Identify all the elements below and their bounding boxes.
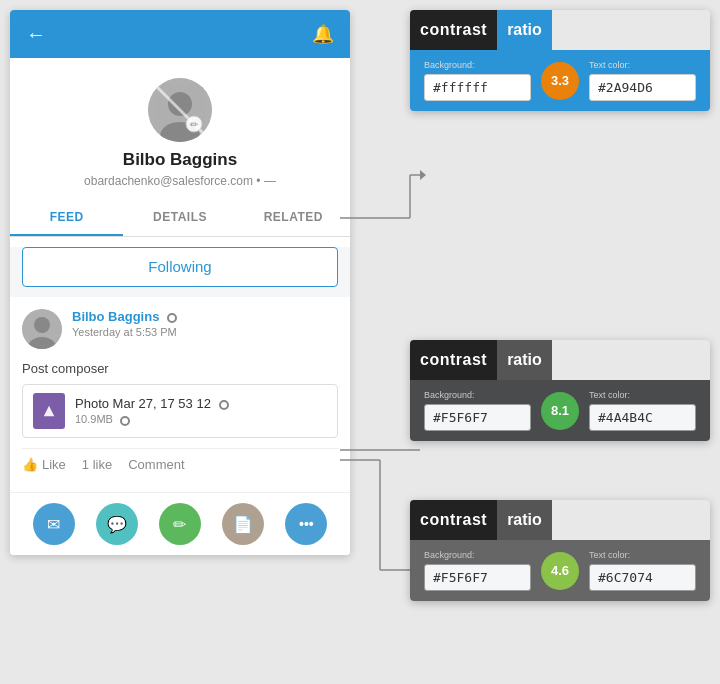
contrast-label-black-3: contrast (410, 500, 497, 540)
attachment[interactable]: Photo Mar 27, 17 53 12 10.9MB (22, 384, 338, 438)
svg-marker-14 (420, 170, 426, 180)
bg-value-1: #ffffff (424, 74, 531, 101)
attachment-name: Photo Mar 27, 17 53 12 (75, 396, 327, 411)
contrast-text-field-1: Text color: #2A94D6 (589, 60, 696, 101)
file-icon: 📄 (233, 515, 253, 534)
comment-button[interactable]: Comment (128, 457, 184, 472)
text-label-1: Text color: (589, 60, 696, 70)
contrast-label-accent-2: ratio (497, 340, 552, 380)
contrast-text-field-3: Text color: #6C7074 (589, 550, 696, 591)
contrast-body-1: Background: #ffffff 3.3 Text color: #2A9… (410, 50, 710, 111)
svg-text:✏: ✏ (190, 119, 199, 130)
attach-dot-indicator (219, 400, 229, 410)
post-time: Yesterday at 5:53 PM (72, 326, 177, 338)
like-icon: 👍 (22, 457, 38, 472)
contrast-card-2-header: contrast ratio (410, 340, 710, 380)
edit-button[interactable]: ✏ (159, 503, 201, 545)
contrast-ratio-badge-1: 3.3 (541, 62, 579, 100)
svg-point-1 (168, 92, 192, 116)
text-value-3: #6C7074 (589, 564, 696, 591)
attachment-icon (33, 393, 65, 429)
post-actions: 👍 Like 1 like Comment (22, 448, 338, 472)
post-header: Bilbo Baggins Yesterday at 5:53 PM (22, 309, 338, 349)
contrast-ratio-badge-2: 8.1 (541, 392, 579, 430)
attachment-size: 10.9MB (75, 413, 327, 425)
contrast-label-accent-3: ratio (497, 500, 552, 540)
post-avatar (22, 309, 62, 349)
bg-value-3: #F5F6F7 (424, 564, 531, 591)
tab-bar: FEED DETAILS RELATED (10, 200, 350, 237)
profile-email: obardachenko@salesforce.com • — (84, 174, 276, 188)
avatar: ✏ (148, 78, 212, 142)
contrast-ratio-badge-3: 4.6 (541, 552, 579, 590)
contrast-body-3: Background: #F5F6F7 4.6 Text color: #6C7… (410, 540, 710, 601)
contrast-background-field-2: Background: #F5F6F7 (424, 390, 531, 431)
like-count: 1 like (82, 457, 112, 472)
email-icon: ✉ (47, 515, 60, 534)
header-bar: ← 🔔 (10, 10, 350, 58)
contrast-label-accent-1: ratio (497, 10, 552, 50)
contrast-card-3: contrast ratio Background: #F5F6F7 4.6 T… (410, 500, 710, 601)
text-value-1: #2A94D6 (589, 74, 696, 101)
contrast-background-field-3: Background: #F5F6F7 (424, 550, 531, 591)
email-button[interactable]: ✉ (33, 503, 75, 545)
profile-section: ✏ Bilbo Baggins obardachenko@salesforce.… (10, 58, 350, 200)
text-label-2: Text color: (589, 390, 696, 400)
bg-value-2: #F5F6F7 (424, 404, 531, 431)
post-composer-text: Post composer (22, 357, 338, 384)
contrast-card-2: contrast ratio Background: #F5F6F7 8.1 T… (410, 340, 710, 441)
bg-label-3: Background: (424, 550, 531, 560)
notification-bell-icon[interactable]: 🔔 (312, 23, 334, 45)
chat-icon: 💬 (107, 515, 127, 534)
contrast-card-1: contrast ratio Background: #ffffff 3.3 T… (410, 10, 710, 111)
svg-point-7 (34, 317, 50, 333)
contrast-label-black-2: contrast (410, 340, 497, 380)
size-dot-indicator (120, 416, 130, 426)
bg-label-2: Background: (424, 390, 531, 400)
contrast-card-3-header: contrast ratio (410, 500, 710, 540)
text-label-3: Text color: (589, 550, 696, 560)
post-author-info: Bilbo Baggins Yesterday at 5:53 PM (72, 309, 177, 338)
dot-indicator (167, 313, 177, 323)
tab-feed[interactable]: FEED (10, 200, 123, 236)
profile-name: Bilbo Baggins (123, 150, 237, 170)
chat-button[interactable]: 💬 (96, 503, 138, 545)
following-bar[interactable]: Following (22, 247, 338, 287)
edit-icon: ✏ (173, 515, 186, 534)
contrast-background-field-1: Background: #ffffff (424, 60, 531, 101)
like-button[interactable]: 👍 Like (22, 457, 66, 472)
back-button[interactable]: ← (26, 23, 46, 46)
contrast-card-1-header: contrast ratio (410, 10, 710, 50)
contrast-label-black-1: contrast (410, 10, 497, 50)
bg-label-1: Background: (424, 60, 531, 70)
text-value-2: #4A4B4C (589, 404, 696, 431)
tab-related[interactable]: RELATED (237, 200, 350, 236)
more-icon: ••• (299, 516, 314, 532)
post-item: Bilbo Baggins Yesterday at 5:53 PM Post … (10, 297, 350, 484)
following-label: Following (148, 258, 211, 275)
file-button[interactable]: 📄 (222, 503, 264, 545)
feed-content: Following Bilbo Baggins Yesterda (10, 247, 350, 484)
like-label: Like (42, 457, 66, 472)
attachment-info: Photo Mar 27, 17 53 12 10.9MB (75, 396, 327, 425)
contrast-body-2: Background: #F5F6F7 8.1 Text color: #4A4… (410, 380, 710, 441)
contrast-text-field-2: Text color: #4A4B4C (589, 390, 696, 431)
tab-details[interactable]: DETAILS (123, 200, 236, 236)
bottom-toolbar: ✉ 💬 ✏ 📄 ••• (10, 492, 350, 555)
mobile-panel: ← 🔔 ✏ Bilbo Baggins obardachenko@salesfo… (10, 10, 350, 555)
more-button[interactable]: ••• (285, 503, 327, 545)
post-author-name: Bilbo Baggins (72, 309, 177, 324)
